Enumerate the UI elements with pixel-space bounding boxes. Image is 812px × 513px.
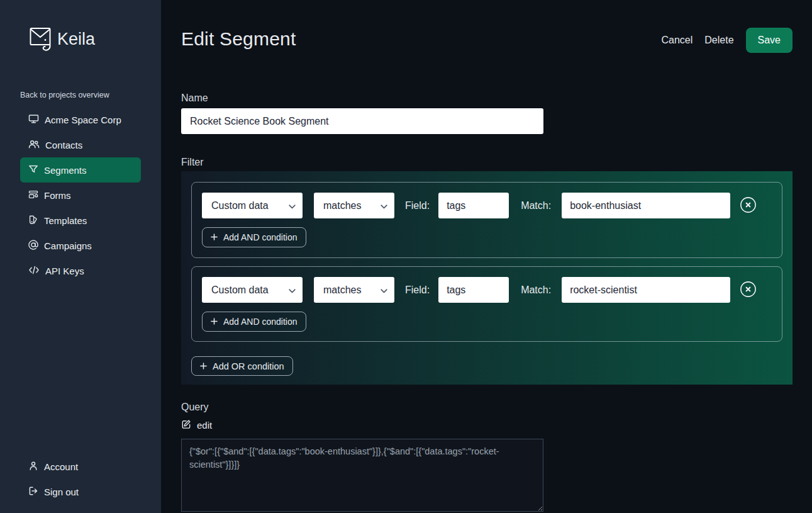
monitor-icon [28, 113, 39, 126]
layout-icon [28, 189, 38, 201]
chevron-down-icon [289, 285, 296, 296]
add-or-label: Add OR condition [213, 361, 284, 371]
users-icon [28, 139, 40, 151]
add-or-condition-button[interactable]: Add OR condition [191, 356, 293, 376]
field-label: Field: [405, 200, 430, 211]
field-label: Field: [405, 285, 430, 296]
chevron-down-icon [381, 200, 387, 211]
sidebar-footer-nav: Account Sign out [20, 454, 141, 504]
match-label: Match: [521, 285, 551, 296]
condition-type-select[interactable]: Custom data [202, 193, 303, 218]
save-button[interactable]: Save [746, 28, 793, 53]
sidebar-item-label: Campaigns [44, 240, 92, 251]
sidebar-item-label: Forms [44, 190, 71, 201]
sidebar-nav: Acme Space Corp Contacts Segments [20, 107, 141, 283]
query-label: Query [181, 402, 209, 413]
plus-icon [211, 317, 218, 327]
plus-icon [200, 361, 207, 371]
sidebar-item-campaigns[interactable]: Campaigns [20, 233, 141, 258]
app-name: Keila [57, 25, 95, 53]
filter-label: Filter [181, 157, 204, 168]
or-group-card: Custom data matches Field: Match: [191, 266, 782, 342]
code-brackets-icon [28, 266, 40, 276]
header-actions: Cancel Delete Save [629, 28, 793, 53]
sidebar: Keila Back to projects overview Acme Spa… [0, 0, 161, 513]
sidebar-item-forms[interactable]: Forms [20, 183, 141, 208]
condition-operator-select[interactable]: matches [314, 277, 394, 303]
select-value: matches [323, 200, 361, 211]
edit-segment-page: Keila Back to projects overview Acme Spa… [0, 0, 812, 513]
delete-button[interactable]: Delete [704, 35, 733, 46]
sidebar-item-label: Segments [44, 165, 87, 176]
match-label: Match: [521, 200, 551, 211]
sidebar-item-api-keys[interactable]: API Keys [20, 258, 141, 283]
funnel-icon [28, 164, 38, 176]
condition-field-input[interactable] [438, 193, 509, 218]
sidebar-item-label: Account [44, 461, 78, 472]
x-circle-icon [740, 281, 757, 300]
sidebar-item-label: Acme Space Corp [45, 115, 121, 125]
condition-match-input[interactable] [562, 277, 730, 303]
remove-condition-button[interactable] [739, 281, 757, 299]
filter-builder-panel: Custom data matches Field: Match: [181, 171, 793, 385]
query-json-textarea[interactable]: {"$or":[{"$and":[{"data.tags":"book-enth… [181, 439, 543, 512]
user-icon [28, 461, 38, 473]
at-symbol-icon [28, 240, 38, 252]
select-value: Custom data [211, 285, 269, 296]
condition-field-input[interactable] [438, 277, 509, 303]
sidebar-item-contacts[interactable]: Contacts [20, 132, 141, 157]
sidebar-item-segments[interactable]: Segments [20, 157, 141, 183]
name-label: Name [181, 93, 208, 104]
page-title: Edit Segment [181, 28, 296, 50]
pencil-square-icon [181, 419, 191, 431]
chevron-down-icon [289, 200, 296, 211]
add-and-label: Add AND condition [223, 232, 298, 242]
condition-row: Custom data matches Field: Match: [202, 193, 772, 218]
sidebar-item-label: Templates [44, 215, 87, 226]
remove-condition-button[interactable] [739, 197, 757, 215]
select-value: matches [323, 285, 361, 296]
chevron-down-icon [381, 285, 387, 296]
sign-out-icon [28, 486, 38, 498]
back-to-projects-link[interactable]: Back to projects overview [20, 91, 109, 99]
condition-row: Custom data matches Field: Match: [202, 277, 772, 303]
swatch-icon [28, 215, 38, 227]
cancel-button[interactable]: Cancel [661, 35, 692, 46]
sidebar-item-account[interactable]: Account [20, 454, 141, 479]
condition-type-select[interactable]: Custom data [202, 277, 303, 303]
or-group-card: Custom data matches Field: Match: [191, 182, 782, 258]
sidebar-item-templates[interactable]: Templates [20, 208, 141, 233]
condition-operator-select[interactable]: matches [314, 193, 394, 218]
app-logo[interactable]: Keila [29, 25, 95, 54]
add-and-condition-button[interactable]: Add AND condition [202, 312, 306, 332]
add-and-condition-button[interactable]: Add AND condition [202, 227, 306, 247]
sidebar-item-sign-out[interactable]: Sign out [20, 479, 141, 504]
sidebar-item-label: Contacts [45, 140, 82, 150]
segment-name-input[interactable] [181, 108, 543, 134]
sidebar-item-project[interactable]: Acme Space Corp [20, 107, 141, 132]
edit-query-button[interactable]: edit [181, 419, 212, 431]
edit-label: edit [197, 420, 212, 431]
condition-match-input[interactable] [562, 193, 730, 218]
plus-icon [211, 232, 218, 242]
sidebar-item-label: API Keys [45, 266, 84, 276]
x-circle-icon [740, 196, 757, 215]
sidebar-item-label: Sign out [44, 487, 79, 497]
keila-envelope-logo-icon [29, 25, 53, 54]
select-value: Custom data [211, 200, 269, 211]
add-and-label: Add AND condition [223, 317, 298, 327]
